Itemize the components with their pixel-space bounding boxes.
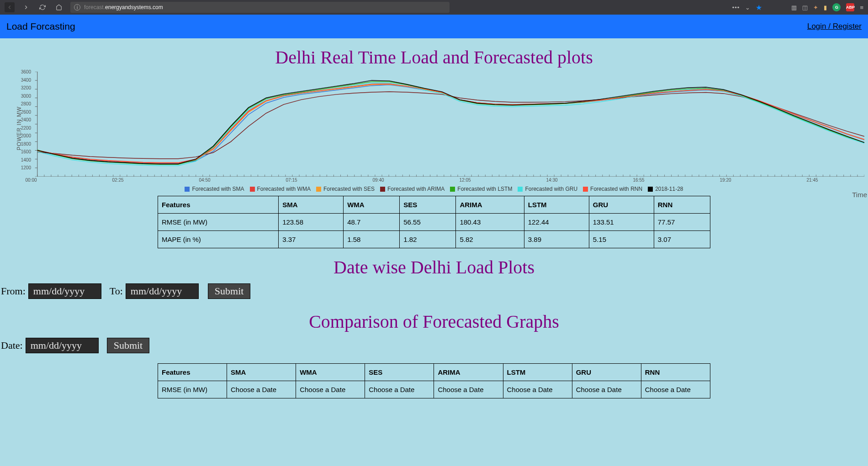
more-icon[interactable]: ••• bbox=[732, 4, 740, 11]
single-date-form: Date: mm/dd/yyyy Submit bbox=[0, 336, 868, 357]
table-header: SES bbox=[365, 364, 434, 381]
table-header: SMA bbox=[279, 196, 344, 214]
load-chart bbox=[16, 72, 864, 177]
compare-table: FeaturesSMAWMASESARIMALSTMGRURNNRMSE (in… bbox=[158, 363, 710, 398]
table-header: LSTM bbox=[524, 196, 589, 214]
table-row: RMSE (in MW)123.5848.756.55180.43122.441… bbox=[158, 214, 710, 231]
pocket-icon[interactable]: ⌄ bbox=[745, 4, 750, 11]
table-row: MAPE (in %)3.371.581.825.823.895.153.07 bbox=[158, 231, 710, 248]
date-label: Date: bbox=[1, 340, 23, 351]
chart-legend: Forecasted with SMAForecasted with WMAFo… bbox=[0, 186, 868, 192]
table-header: ARIMA bbox=[434, 364, 503, 381]
page-title: Delhi Real Time Load and Forecasted plot… bbox=[0, 47, 868, 68]
table-header: WMA bbox=[344, 196, 400, 214]
url-text: forecast.energyandsystems.com bbox=[84, 4, 163, 10]
extension-icon[interactable]: ▮ bbox=[824, 4, 827, 11]
grammarly-icon[interactable]: G bbox=[832, 3, 841, 11]
from-date-input[interactable]: mm/dd/yyyy bbox=[28, 283, 101, 299]
date-range-form: From: mm/dd/yyyy To: mm/dd/yyyy Submit bbox=[0, 282, 868, 303]
table-row: RMSE (in MW)Choose a DateChoose a DateCh… bbox=[158, 381, 710, 398]
table-header: LSTM bbox=[503, 364, 572, 381]
from-label: From: bbox=[1, 285, 26, 297]
table-header: ARIMA bbox=[456, 196, 524, 214]
submit-date-button[interactable]: Submit bbox=[107, 338, 150, 353]
table-header: Features bbox=[158, 196, 279, 214]
back-button[interactable] bbox=[5, 2, 15, 12]
abp-icon[interactable]: ABP bbox=[846, 3, 854, 11]
brand-title: Load Forcasting bbox=[6, 21, 75, 32]
compare-date-input[interactable]: mm/dd/yyyy bbox=[26, 338, 99, 353]
section-title-compare: Comparison of Forecasted Graphs bbox=[0, 311, 868, 332]
to-date-input[interactable]: mm/dd/yyyy bbox=[126, 283, 199, 299]
login-register-link[interactable]: Login / Register bbox=[807, 22, 862, 31]
browser-chrome: i forecast.energyandsystems.com ••• ⌄ ★ … bbox=[0, 0, 868, 15]
table-header: RNN bbox=[654, 196, 710, 214]
submit-range-button[interactable]: Submit bbox=[208, 283, 251, 299]
library-icon[interactable]: ▥ bbox=[791, 4, 797, 11]
extension-icon[interactable]: ✦ bbox=[813, 4, 818, 11]
table-header: GRU bbox=[589, 196, 654, 214]
bookmark-star-icon[interactable]: ★ bbox=[756, 3, 762, 12]
forward-button[interactable] bbox=[21, 2, 31, 12]
table-header: RNN bbox=[641, 364, 710, 381]
section-title-datewise: Date wise Delhi Load Plots bbox=[0, 257, 868, 278]
table-header: SMA bbox=[227, 364, 296, 381]
table-header: Features bbox=[158, 364, 227, 381]
to-label: To: bbox=[110, 285, 123, 297]
metrics-table: FeaturesSMAWMASESARIMALSTMGRURNNRMSE (in… bbox=[158, 196, 710, 248]
chart-container: POWER IN MW 1200140016001800200022002400… bbox=[0, 72, 868, 185]
reload-button[interactable] bbox=[37, 2, 48, 12]
url-bar[interactable]: i forecast.energyandsystems.com bbox=[70, 2, 450, 13]
x-axis-label: Time bbox=[852, 191, 867, 199]
topbar: Load Forcasting Login / Register bbox=[0, 15, 868, 38]
table-header: GRU bbox=[572, 364, 641, 381]
info-icon: i bbox=[74, 4, 80, 10]
home-button[interactable] bbox=[54, 2, 64, 12]
table-header: WMA bbox=[296, 364, 365, 381]
table-header: SES bbox=[400, 196, 456, 214]
menu-icon[interactable]: ≡ bbox=[860, 4, 863, 11]
sidebar-icon[interactable]: ◫ bbox=[802, 4, 808, 11]
